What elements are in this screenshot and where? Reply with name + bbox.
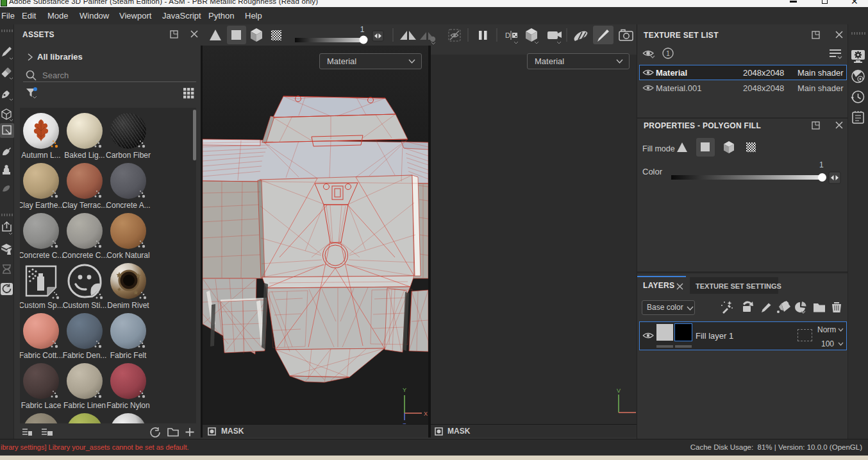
svg-text:X: X — [424, 411, 428, 417]
svg-text:Y: Y — [403, 387, 406, 393]
svg-text:1: 1 — [360, 25, 365, 34]
svg-text:V: V — [617, 389, 621, 394]
svg-text:D: D — [505, 31, 510, 39]
svg-text:1: 1 — [666, 50, 670, 57]
